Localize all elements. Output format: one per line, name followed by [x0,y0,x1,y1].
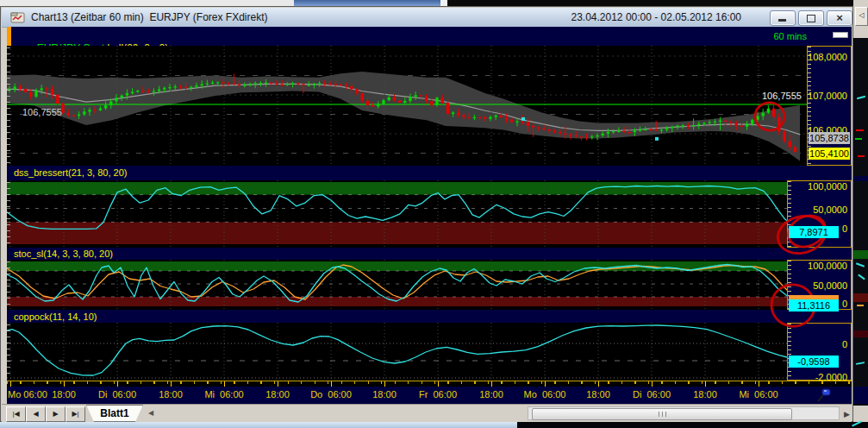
coppock-chart[interactable] [7,323,787,381]
time-label: Fr 06:00 [419,389,457,400]
sheet-last-button[interactable]: ▶| [66,406,85,422]
dss-label: dss_bressert(21, 3, 80, 20) [14,167,127,178]
price-badge-gray: 105,8738 [809,132,850,144]
pushpin-icon[interactable] [815,387,833,403]
stoc-badge-cyan: 11,3116 [789,299,839,312]
axis-label: 100,0000 [808,261,847,271]
price-chart[interactable] [7,46,807,166]
hline-label-left: 106,7555 [22,107,62,117]
time-label: 18:00 [372,389,397,400]
scroll-right-icon[interactable]: ▶ [844,410,850,419]
time-label: 18:00 [693,389,717,400]
stoc-chart[interactable] [7,260,787,310]
stoc-panel-header: stoc_sl(14, 3, 3, 80, 20) [7,248,852,260]
dss-axis: 7,8971 100,000050,00000 [787,180,852,248]
price-panel-header: EUR/JPY Spot boll(20, 2, -2) 60 mins [7,27,852,46]
coppock-axis: -0,9598 0-2,0000 [787,323,852,381]
time-label: Mo 06:00 [8,389,47,400]
window-date-range: 23.04.2012 00:00 - 02.05.2012 16:00 [571,11,741,23]
time-label: 18:00 [586,389,610,400]
restore-icon [807,15,815,22]
window-titlebar[interactable]: Chart13 (Zeitbar 60 min) EURJPY (Forex F… [2,8,852,28]
time-tick-strip [7,381,852,387]
sheet-first-button[interactable]: |◀ [6,406,26,422]
axis-label: 107,0000 [808,91,847,101]
sheet-bar: |◀ ◀ ▶ ▶| Blatt1 ◀ ▶ [2,404,852,423]
close-icon: × [827,11,852,24]
axis-label: 0 [842,223,847,234]
axis-label: 100,0000 [808,181,847,192]
time-label: Di 06:00 [633,389,671,400]
mini-scrollbar[interactable] [833,32,848,38]
coppock-badge: -0,9598 [789,356,839,368]
chart-window: Chart13 (Zeitbar 60 min) EURJPY (Forex F… [0,0,868,428]
hline-label-right: 106,7555 [762,91,802,101]
dss-badge: 7,8971 [789,226,839,238]
coppock-label: coppock(11, 14, 10) [14,312,97,322]
time-label: Do 06:00 [310,389,352,400]
background-window-button: ◁ [855,7,868,26]
time-label: Mi 06:00 [204,389,243,400]
time-label: 18:00 [479,389,503,400]
chart-window-icon [10,10,26,24]
screen: Chart13 (Zeitbar 60 min) EURJPY (Forex F… [0,0,868,428]
price-badge-yellow: 105,4100 [809,148,850,160]
dss-chart[interactable] [7,180,787,248]
time-label: Di 06:00 [98,389,136,400]
time-label: 18:00 [52,389,76,400]
sheet-prev-button[interactable]: ◀ [26,406,46,422]
time-label: 18:00 [159,389,183,400]
restore-button[interactable] [798,10,824,26]
background-bottom-fragment [0,422,868,428]
dss-panel-header: dss_bressert(21, 3, 80, 20) [7,166,852,180]
axis-label: 0 [842,299,847,309]
time-axis: Mo 06:0018:00Di 06:0018:00Mi 06:0018:00D… [7,387,852,404]
axis-label: 50,0000 [813,280,847,291]
axis-label: 0 [842,339,847,349]
time-label: Mo 06:00 [524,389,566,400]
stoc-axis: 11,3116 100,000050,00000 [787,260,852,310]
coppock-panel-header: coppock(11, 14, 10) [7,310,852,323]
timeframe-label: 60 mins [773,31,807,41]
axis-label: 108,0000 [808,52,847,62]
close-button[interactable]: × [827,10,852,26]
active-panel-marker [7,27,11,46]
horizontal-scrollbar[interactable]: ▶ [528,406,840,420]
stoc-label: stoc_sl(14, 3, 3, 80, 20) [14,249,113,259]
window-title: Chart13 (Zeitbar 60 min) EURJPY (Forex F… [31,11,268,23]
sheet-tab-blatt1[interactable]: Blatt1 [86,405,143,422]
price-left-ticks [7,47,10,164]
scrollbar-thumb[interactable] [532,408,792,420]
price-axis: 105,8738 105,4100 108,0000107,0000106,00… [807,46,852,166]
time-label: 18:00 [265,389,290,400]
sheet-next-button[interactable]: ▶ [46,406,66,422]
time-label: Mi 06:00 [739,389,777,400]
minimize-button[interactable] [770,10,796,26]
minimize-icon [778,19,786,22]
tab-scroll-left-icon[interactable]: ◀ [148,409,153,417]
background-window-right-fragment: ◁ [853,0,868,428]
axis-label: 50,0000 [813,205,847,215]
